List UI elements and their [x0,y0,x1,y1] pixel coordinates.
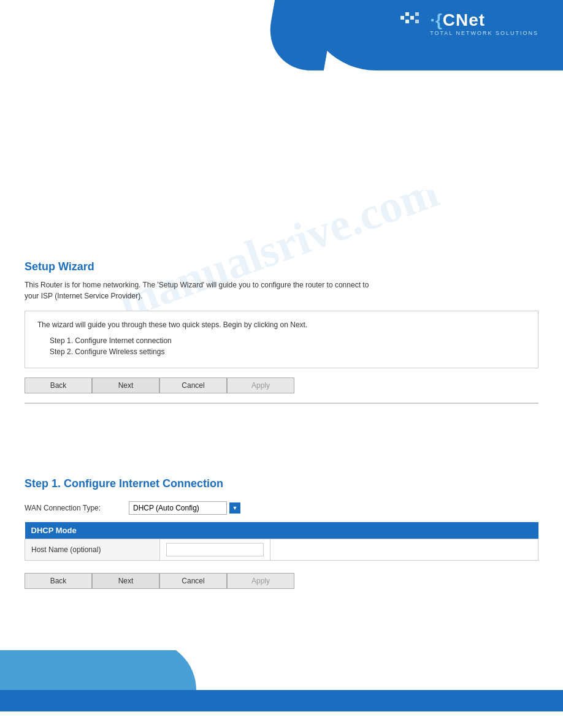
host-name-label: Host Name (optional) [25,539,160,561]
wizard-intro-text: The wizard will guide you through these … [37,320,526,329]
host-name-row: Host Name (optional) [25,539,538,561]
svg-rect-1 [405,12,409,16]
wan-connection-label: WAN Connection Type: [25,504,129,512]
host-name-cell [160,539,270,561]
logo-text: ·{CNet TOTAL NETWORK SOLUTIONS [430,12,538,36]
step1-back-button[interactable]: Back [25,573,92,589]
setup-wizard-section: Setup Wizard This Router is for home net… [25,260,538,404]
step1-cancel-button[interactable]: Cancel [159,573,227,589]
main-content: Setup Wizard This Router is for home net… [0,77,563,613]
wan-select-arrow-icon[interactable] [229,502,240,514]
step1-apply-button[interactable]: Apply [227,573,294,589]
wan-connection-select[interactable]: DHCP (Auto Config) Static IP PPPoE PPTP … [129,501,227,515]
wan-select-wrapper: DHCP (Auto Config) Static IP PPPoE PPTP … [129,501,240,515]
footer-bar [0,690,563,711]
dhcp-mode-table: DHCP Mode Host Name (optional) [25,522,538,561]
step1-next-button[interactable]: Next [92,573,159,589]
wizard-cancel-button[interactable]: Cancel [159,377,227,393]
step1-button-row: Back Next Cancel Apply [25,573,538,589]
svg-rect-4 [415,12,419,16]
header: ·{CNet TOTAL NETWORK SOLUTIONS [0,0,563,70]
footer [0,650,563,711]
logo-brand: ·{CNet [430,12,538,29]
cnet-logo-icon [399,11,425,37]
host-name-extra-cell [270,539,538,561]
setup-wizard-description: This Router is for home networking. The … [25,279,380,301]
step1-title: Step 1. Configure Internet Connection [25,477,538,490]
wizard-apply-button[interactable]: Apply [227,377,294,393]
logo-area: ·{CNet TOTAL NETWORK SOLUTIONS [399,11,538,37]
wizard-button-row: Back Next Cancel Apply [25,377,538,393]
svg-rect-0 [400,16,404,20]
wizard-step-2: Step 2. Configure Wireless settings [50,347,526,356]
setup-wizard-title: Setup Wizard [25,260,538,273]
wizard-intro-box: The wizard will guide you through these … [25,311,538,368]
wizard-back-button[interactable]: Back [25,377,92,393]
logo-tagline: TOTAL NETWORK SOLUTIONS [430,30,538,36]
wan-connection-row: WAN Connection Type: DHCP (Auto Config) … [25,501,538,515]
svg-rect-5 [415,20,419,23]
svg-rect-3 [410,16,414,20]
dhcp-mode-header: DHCP Mode [25,522,538,539]
wizard-steps: Step 1. Configure Internet connection St… [50,336,526,356]
wizard-next-button[interactable]: Next [92,377,159,393]
wizard-step-1: Step 1. Configure Internet connection [50,336,526,345]
svg-rect-2 [405,20,409,23]
host-name-input[interactable] [166,543,264,556]
step1-section: Step 1. Configure Internet Connection WA… [25,477,538,601]
footer-wave [0,650,196,690]
